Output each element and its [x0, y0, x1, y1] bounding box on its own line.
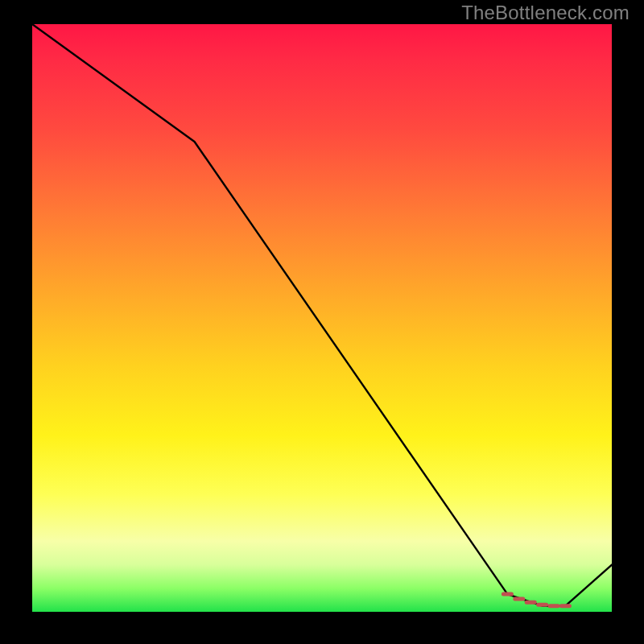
chart-frame: TheBottleneck.com: [0, 0, 644, 644]
curve-line: [32, 24, 612, 606]
watermark-text: TheBottleneck.com: [461, 2, 630, 24]
chart-overlay: [32, 24, 612, 612]
plot-area: [32, 24, 612, 612]
